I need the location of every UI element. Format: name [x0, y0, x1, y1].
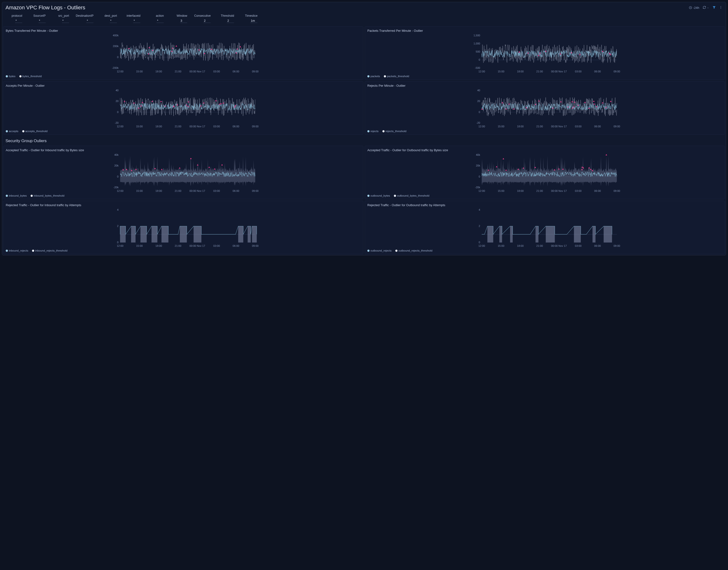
svg-text:09:00: 09:00: [252, 190, 259, 192]
svg-text:03:00: 03:00: [575, 70, 582, 73]
filter-action[interactable]: action *: [147, 14, 164, 23]
chart-area[interactable]: -200k0200k400k12:0015:0018:0021:0000:00 …: [6, 34, 360, 73]
filter-timeslice[interactable]: Timeslice 1m: [241, 14, 257, 23]
filter-value[interactable]: *: [110, 19, 117, 23]
svg-text:200k: 200k: [113, 45, 118, 47]
legend-item[interactable]: outbound_bytes_threshold: [394, 194, 430, 197]
chart-svg[interactable]: -200204012:0015:0018:0021:0000:00 Nov 17…: [368, 89, 722, 128]
chart-area[interactable]: 02412:0015:0018:0021:0000:00 Nov 1703:00…: [6, 208, 360, 248]
svg-point-2: [721, 7, 721, 7]
legend-item[interactable]: inbound_rejects_threshold: [32, 249, 67, 252]
legend-item[interactable]: inbound_bytes: [6, 194, 27, 197]
svg-text:0: 0: [479, 175, 480, 178]
svg-text:-20k: -20k: [113, 186, 118, 189]
filter-value[interactable]: 2: [227, 19, 234, 23]
filter-label: Window: [177, 14, 187, 17]
legend-dot: [384, 75, 386, 77]
svg-text:00:00 Nov 17: 00:00 Nov 17: [551, 244, 567, 247]
svg-rect-97: [141, 226, 147, 243]
filter-value[interactable]: *: [15, 19, 22, 23]
svg-text:03:00: 03:00: [213, 125, 220, 128]
svg-text:00:00 Nov 17: 00:00 Nov 17: [190, 244, 205, 247]
chart-area[interactable]: -200204012:0015:0018:0021:0000:00 Nov 17…: [368, 89, 722, 128]
legend-item[interactable]: packets_threshold: [384, 75, 409, 78]
chart-svg[interactable]: 02412:0015:0018:0021:0000:00 Nov 1703:00…: [368, 208, 722, 248]
svg-text:0: 0: [479, 241, 480, 244]
filter-value[interactable]: 3: [180, 19, 187, 23]
legend-item[interactable]: rejects: [368, 130, 379, 132]
svg-text:-200k: -200k: [112, 66, 118, 69]
filter-button[interactable]: [712, 6, 716, 10]
svg-rect-122: [574, 226, 580, 243]
chart-svg[interactable]: -50005001,0001,50012:0015:0018:0021:0000…: [368, 34, 722, 73]
filter-window[interactable]: Window 3: [171, 14, 187, 23]
filter-value[interactable]: *: [86, 19, 93, 23]
chart-svg[interactable]: 02412:0015:0018:0021:0000:00 Nov 1703:00…: [6, 208, 360, 248]
filter-value[interactable]: *: [157, 19, 164, 23]
svg-text:06:00: 06:00: [594, 244, 601, 247]
svg-text:20: 20: [477, 100, 480, 102]
filter-src_port[interactable]: src_port *: [52, 14, 69, 23]
filter-consecutive[interactable]: Consecutive 2: [194, 14, 211, 23]
filter-value[interactable]: *: [133, 19, 140, 23]
chart-area[interactable]: -50005001,0001,50012:0015:0018:0021:0000…: [368, 34, 722, 73]
filter-threshold[interactable]: Threshold 2: [217, 14, 234, 23]
filter-interfaceid[interactable]: interfaceid *: [124, 14, 140, 23]
svg-text:40: 40: [116, 89, 118, 92]
chart-svg[interactable]: -20k020k40k12:0015:0018:0021:0000:00 Nov…: [368, 154, 722, 193]
filter-protocol[interactable]: protocol *: [5, 14, 22, 23]
filter-value[interactable]: 1m: [250, 19, 257, 23]
svg-text:06:00: 06:00: [594, 125, 601, 128]
legend-item[interactable]: inbound_rejects: [6, 249, 28, 252]
legend-item[interactable]: packets: [368, 75, 380, 78]
legend-dot: [368, 250, 370, 252]
filter-value[interactable]: *: [38, 19, 46, 23]
legend-item[interactable]: accepts_threshold: [22, 130, 47, 132]
timerange-picker[interactable]: -24h: [689, 6, 699, 10]
legend-item[interactable]: outbound_rejects: [368, 249, 392, 252]
svg-text:03:00: 03:00: [213, 244, 220, 247]
svg-text:40k: 40k: [114, 154, 118, 156]
svg-rect-104: [252, 226, 257, 243]
svg-text:0: 0: [479, 58, 480, 61]
svg-text:40k: 40k: [476, 154, 480, 156]
filter-dest_port[interactable]: dest_port *: [100, 14, 117, 23]
svg-text:1,500: 1,500: [473, 34, 480, 37]
svg-rect-117: [487, 226, 493, 243]
filter-value[interactable]: 2: [203, 19, 211, 23]
chart-area[interactable]: -200204012:0015:0018:0021:0000:00 Nov 17…: [6, 89, 360, 128]
legend: outbound_rejectsoutbound_rejects_thresho…: [368, 249, 722, 252]
legend-item[interactable]: bytes_threshold: [19, 75, 42, 78]
svg-text:15:00: 15:00: [136, 70, 143, 73]
svg-text:21:00: 21:00: [175, 125, 181, 128]
more-button[interactable]: [719, 6, 723, 10]
legend-item[interactable]: outbound_bytes: [368, 194, 390, 197]
filter-label: SourceIP: [33, 14, 46, 17]
svg-rect-96: [131, 226, 136, 243]
chart-area[interactable]: 02412:0015:0018:0021:0000:00 Nov 1703:00…: [368, 208, 722, 248]
chart-svg[interactable]: -200k0200k400k12:0015:0018:0021:0000:00 …: [6, 34, 360, 73]
refresh-button[interactable]: [703, 6, 709, 10]
legend-item[interactable]: outbound_rejects_threshold: [395, 249, 432, 252]
svg-rect-95: [120, 226, 126, 243]
panel-accepts: Accepts Per Minute - Outlier -200204012:…: [3, 81, 363, 135]
chart-svg[interactable]: -200204012:0015:0018:0021:0000:00 Nov 17…: [6, 89, 360, 128]
svg-rect-99: [162, 226, 169, 243]
svg-text:2: 2: [117, 225, 118, 227]
legend-item[interactable]: rejects_threshold: [383, 130, 407, 132]
filter-destinationip[interactable]: DestinationIP *: [76, 14, 93, 23]
chart-svg[interactable]: -20k020k40k12:0015:0018:0021:0000:00 Nov…: [6, 154, 360, 193]
svg-text:18:00: 18:00: [517, 244, 524, 247]
panel-packets: Packets Transferred Per Minute - Outlier…: [365, 26, 725, 80]
svg-text:12:00: 12:00: [478, 70, 485, 73]
filter-value[interactable]: *: [62, 19, 69, 23]
legend-dot: [32, 250, 34, 252]
legend-item[interactable]: inbound_bytes_threshold: [31, 194, 64, 197]
legend: rejectsrejects_threshold: [368, 130, 722, 132]
svg-text:00:00 Nov 17: 00:00 Nov 17: [190, 125, 205, 128]
legend-item[interactable]: bytes: [6, 75, 16, 78]
legend-item[interactable]: accepts: [6, 130, 18, 132]
filter-sourceip[interactable]: SourceIP *: [29, 14, 46, 23]
chart-area[interactable]: -20k020k40k12:0015:0018:0021:0000:00 Nov…: [368, 154, 722, 193]
chart-area[interactable]: -20k020k40k12:0015:0018:0021:0000:00 Nov…: [6, 154, 360, 193]
